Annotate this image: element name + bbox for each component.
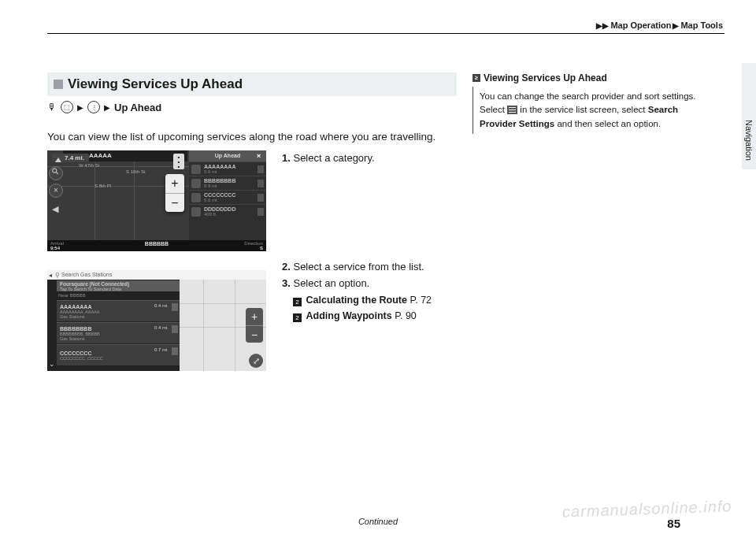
category-icon xyxy=(191,165,201,174)
side-note-body: You can change the search provider and s… xyxy=(472,87,701,134)
list-item[interactable]: AAAAAAAA0.6 mi. xyxy=(189,161,266,176)
menu-path: 🎙 ⬚ ▶ ⋮ ▶ Up Ahead xyxy=(47,101,457,113)
panel-title: Up Ahead xyxy=(189,150,266,161)
note-text-c: and then select an option. xyxy=(554,119,661,128)
expand-icon[interactable]: ⤢ xyxy=(249,354,263,368)
item-name: CCCCCCCC xyxy=(204,192,254,198)
reference-link: 2 Calculating the Route P. 72 xyxy=(293,292,457,308)
screenshot-service-list: ⚲ Search Gas Stations ◂ Foursquare (Not … xyxy=(47,270,266,371)
section-title: Viewing Services Up Ahead xyxy=(68,76,243,92)
near-label: Near BBBBB xyxy=(58,293,86,298)
row-2: ⚲ Search Gas Stations ◂ Foursquare (Not … xyxy=(47,259,457,371)
path-arrow-icon: ▶ xyxy=(104,103,110,112)
item-dist: 0.6 mi. xyxy=(204,169,254,174)
zoom-control[interactable]: + − xyxy=(165,174,184,212)
direction-value: S xyxy=(260,246,263,250)
header-rule xyxy=(47,33,724,34)
step-text: Select an option. xyxy=(293,277,369,289)
section-bullet-icon xyxy=(54,80,63,89)
screenshot-upahead-map: W 47th St S 10th St S 8th Pl Roeland Par… xyxy=(47,150,266,251)
flag-icon xyxy=(258,208,264,216)
breadcrumb-b: Map Tools xyxy=(680,20,723,30)
section-header: Viewing Services Up Ahead xyxy=(47,72,457,96)
category-icon xyxy=(191,193,201,202)
zoom-control[interactable]: + − xyxy=(246,308,263,343)
page-number: 85 xyxy=(667,517,680,530)
step-text: Select a service from the list. xyxy=(293,261,424,273)
intro-text: You can view the list of upcoming servic… xyxy=(47,131,457,143)
path-final: Up Ahead xyxy=(114,102,161,113)
services-list: AAAAAAAA0.6 mi. BBBBBBBB0.9 mi. CCCCCCCC… xyxy=(189,161,266,240)
zoom-in-icon[interactable]: + xyxy=(246,308,263,325)
item-dist: 400 ft. xyxy=(204,212,254,217)
reference-link: 2 Adding Waypoints P. 90 xyxy=(293,308,457,324)
side-tab-spacer xyxy=(742,63,756,110)
search-icon[interactable] xyxy=(49,166,63,180)
list-item[interactable]: BBBBBBBB BBBBBBBB, BBBBB Gas Stations 0.… xyxy=(57,322,181,343)
notice-sub: Tap To Switch To Standard Data xyxy=(60,287,178,291)
step-number: 3. xyxy=(282,277,291,289)
category-icon xyxy=(191,207,201,217)
step-text: Select a category. xyxy=(293,152,374,164)
step-number: 1. xyxy=(282,152,291,164)
list-item[interactable]: CCCCCCCC CCCCCCCC, CCCCC 0.7 mi. xyxy=(57,344,181,365)
continued-label: Continued xyxy=(358,517,398,526)
menu-dots-icon[interactable]: ••• xyxy=(173,154,184,169)
search-bar[interactable]: ⚲ Search Gas Stations xyxy=(47,270,266,280)
item-addr: CCCCCCCC, CCCCC xyxy=(60,356,178,361)
menu-icon xyxy=(507,106,517,114)
side-column: ≥ Viewing Services Up Ahead You can chan… xyxy=(472,72,701,134)
search-placeholder: Search Gas Stations xyxy=(61,272,112,277)
flag-icon xyxy=(258,165,264,173)
list-item[interactable]: DDDDDDDD400 ft. xyxy=(189,204,266,218)
item-name: BBBBBBBB xyxy=(204,178,254,184)
row-1: W 47th St S 10th St S 8th Pl Roeland Par… xyxy=(47,150,457,251)
list-item[interactable]: AAAAAAAA AAAAAAAA, AAAAA Gas Stations 0.… xyxy=(57,300,181,321)
list-item[interactable]: CCCCCCCC0.6 mi. xyxy=(189,190,266,204)
reference-icon: 2 xyxy=(293,313,302,322)
provider-notice[interactable]: Foursquare (Not Connected) Tap To Switch… xyxy=(57,280,181,291)
watermark: carmanualsonline.info xyxy=(562,497,732,521)
street-label: W 47th St xyxy=(79,163,99,168)
close-icon[interactable]: × xyxy=(257,152,265,160)
zoom-out-icon[interactable]: − xyxy=(165,193,184,213)
chevron-left-icon[interactable]: ◀ xyxy=(49,202,61,215)
ref-label: Calculating the Route xyxy=(306,295,406,306)
side-note-header: ≥ Viewing Services Up Ahead xyxy=(472,72,701,83)
item-dist: 0.9 mi. xyxy=(204,184,254,188)
step-1-block: 1. Select a category. xyxy=(282,150,457,251)
chevron-down-icon[interactable]: ⌄ xyxy=(47,360,57,368)
ref-page: P. 90 xyxy=(395,310,417,321)
direction-icon xyxy=(172,303,178,311)
distance-badge: 7.4 mi. xyxy=(52,154,89,162)
menu-dots-icon: ⋮ xyxy=(87,101,100,113)
status-bar: Arrival9:54 BBBBBB DirectionS xyxy=(47,240,266,251)
main-column: Viewing Services Up Ahead 🎙 ⬚ ▶ ⋮ ▶ Up A… xyxy=(47,72,457,371)
item-cat: Gas Stations xyxy=(60,314,178,319)
breadcrumb: ▶▶Map Operation▶Map Tools xyxy=(595,20,723,30)
notice-title: Foursquare (Not Connected) xyxy=(60,281,178,287)
direction-icon xyxy=(172,325,178,333)
ref-label: Adding Waypoints xyxy=(306,310,391,321)
list-item[interactable]: BBBBBBBB0.9 mi. xyxy=(189,176,266,190)
cancel-icon[interactable]: × xyxy=(49,184,63,198)
flag-icon xyxy=(258,180,264,187)
flag-icon xyxy=(258,194,264,202)
item-dist: 0.7 mi. xyxy=(154,347,169,352)
zoom-out-icon[interactable]: − xyxy=(246,325,263,343)
steps-2-3-block: 2. Select a service from the list. 3. Se… xyxy=(282,259,457,371)
item-name: AAAAAAAA xyxy=(204,164,254,169)
item-dist: 0.4 mi. xyxy=(154,303,169,308)
ref-page: P. 72 xyxy=(410,295,432,306)
side-note-title: Viewing Services Up Ahead xyxy=(484,72,607,83)
current-road: BBBBBB xyxy=(120,240,194,251)
arrival-time: 9:54 xyxy=(50,246,60,250)
item-dist: 0.6 mi. xyxy=(204,198,254,202)
note-icon: ≥ xyxy=(472,74,480,82)
category-icon xyxy=(191,179,201,188)
street-label: S 8th Pl xyxy=(94,184,111,188)
item-cat: Gas Stations xyxy=(60,336,178,341)
breadcrumb-a: Map Operation xyxy=(610,20,671,30)
back-icon[interactable]: ◂ xyxy=(49,272,57,278)
zoom-in-icon[interactable]: + xyxy=(165,174,184,193)
